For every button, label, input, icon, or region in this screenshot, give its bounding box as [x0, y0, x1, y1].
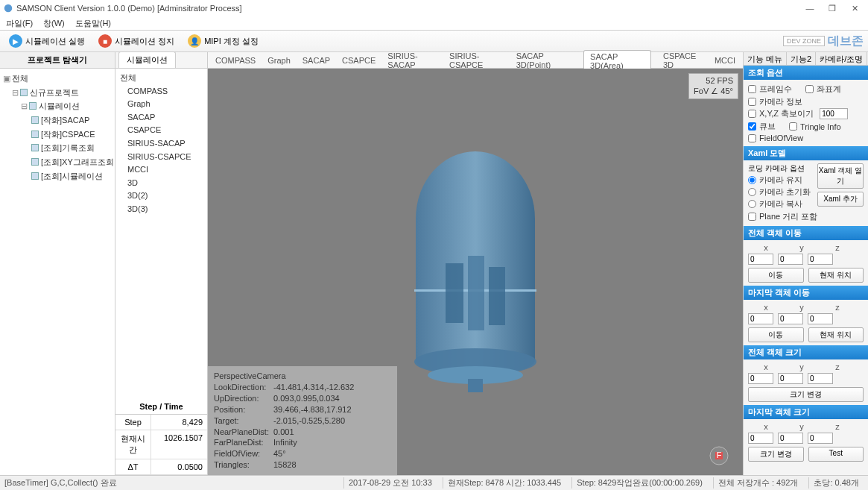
sizeall-resize-button[interactable]: 크기 변경 [748, 387, 864, 402]
steptime-header: Step / Time [115, 399, 207, 415]
status-count: 전체 저장개수 : 492개 [713, 477, 803, 489]
tree-item[interactable]: [작화]SACAP [1, 113, 113, 128]
moveall-current-button[interactable]: 현재 위치 [808, 268, 864, 283]
step-value: 8,429 [151, 415, 207, 430]
sizeall-x-input[interactable] [748, 373, 773, 384]
list-item[interactable]: 3D [120, 177, 203, 190]
moveall-y-input[interactable] [778, 254, 803, 265]
sizelast-y-input[interactable] [778, 433, 803, 444]
view-tab[interactable]: CSAPCE [342, 56, 376, 65]
rb-keep-camera[interactable]: 카메라 유지 [748, 175, 813, 186]
movelast-x-input[interactable] [748, 313, 773, 324]
run-simulation-button[interactable]: ▶ 시뮬레이션 실행 [4, 33, 89, 49]
moveall-z-input[interactable] [808, 254, 833, 265]
view-tab[interactable]: COMPASS [215, 56, 256, 65]
cb-xyz[interactable]: X,Y,Z 축보이기 [748, 108, 864, 119]
list-item[interactable]: SIRIUS-SACAP [120, 137, 203, 151]
movelast-current-button[interactable]: 현재 위치 [808, 327, 864, 342]
view-tab[interactable]: SIRIUS-SACAP [387, 51, 437, 69]
view-tabs: COMPASS Graph SACAP CSAPCE SIRIUS-SACAP … [208, 52, 743, 69]
cb-axis[interactable]: 좌표계 [805, 84, 841, 95]
moveall-move-button[interactable]: 이동 [748, 268, 804, 283]
list-item[interactable]: SIRIUS-CSAPCE [120, 151, 203, 164]
viewport-3d[interactable]: 52 FPS FoV ∠ 45° [208, 69, 743, 475]
test-button[interactable]: Test [808, 447, 864, 462]
add-xaml-button[interactable]: Xaml 추가 [817, 192, 864, 207]
account-settings-button[interactable]: 👤 MIPI 계정 설정 [183, 33, 263, 49]
svg-point-0 [4, 4, 13, 13]
status-step: 현재Step: 8478 시간: 1033.445 [443, 477, 566, 489]
tree-simulation[interactable]: ⊟시뮬레이션 [1, 99, 113, 113]
status-rate: 초당: 0.48개 [808, 477, 864, 489]
cb-framecount[interactable]: 프레임수 [748, 84, 792, 95]
tab-simulation[interactable]: 시뮬레이션 [118, 51, 176, 68]
list-item[interactable]: CSAPCE [120, 124, 203, 137]
sizeall-z-input[interactable] [808, 373, 833, 384]
stop-simulation-button[interactable]: ■ 시뮬레이션 정지 [94, 33, 179, 49]
list-item[interactable]: MCCI [120, 163, 203, 177]
cb-plane-distance[interactable]: Plane 거리 포함 [748, 211, 864, 222]
project-tree[interactable]: ▣전체 ⊟신규프로젝트 ⊟시뮬레이션 [작화]SACAP [작화]CSPACE … [0, 69, 115, 186]
view-tab[interactable]: Graph [267, 56, 291, 65]
simulation-list[interactable]: 전체 COMPASS Graph SACAP CSAPCE SIRIUS-SAC… [115, 69, 207, 399]
movelast-z-input[interactable] [808, 313, 833, 324]
menu-help[interactable]: 도움말(H) [75, 18, 111, 29]
svg-rect-4 [468, 379, 483, 392]
model-3d [393, 114, 557, 414]
tree-item[interactable]: [조회]시뮬레이션 [1, 169, 113, 183]
section-move-last: 마지막 객체 이동 [744, 286, 868, 300]
delta-t-value: 0.0500 [151, 459, 207, 474]
section-size-last: 마지막 객체 크기 [744, 405, 868, 419]
status-work: Step: 8429작업완료(00:00:00.269) [571, 477, 707, 489]
movelast-move-button[interactable]: 이동 [748, 327, 804, 342]
view-tab[interactable]: SIRIUS-CSAPCE [449, 51, 504, 69]
sizeall-y-input[interactable] [778, 373, 803, 384]
maximize-button[interactable]: ❐ [826, 4, 838, 13]
cb-camerainfo[interactable]: 카메라 정보 [748, 96, 864, 107]
status-message: [BaseTimer] G,C,Collect() 완료 [4, 477, 117, 489]
sizelast-x-input[interactable] [748, 433, 773, 444]
svg-text:F: F [717, 450, 722, 459]
xyz-length-input[interactable] [820, 108, 848, 119]
tree-item[interactable]: [조회]XY그래프조회 [1, 155, 113, 169]
view-tab[interactable]: SACAP [302, 56, 330, 65]
list-item[interactable]: Graph [120, 98, 203, 111]
rb-init-camera[interactable]: 카메라 초기화 [748, 186, 813, 198]
view-tab[interactable]: MCCI [715, 56, 735, 65]
rb-copy-camera[interactable]: 카메라 복사 [748, 198, 813, 210]
tree-item[interactable]: [조회]기록조회 [1, 141, 113, 155]
section-xaml: Xaml 모델 [744, 146, 868, 160]
tree-project[interactable]: ⊟신규프로젝트 [1, 86, 113, 100]
list-item[interactable]: 3D(3) [120, 203, 203, 216]
cb-fieldofview[interactable]: FieldOfView [748, 134, 864, 142]
tree-item[interactable]: [작화]CSPACE [1, 128, 113, 142]
brand-logo: DEV ZONE 데브존 [783, 34, 864, 49]
cb-triangleinfo[interactable]: Tringle Info [789, 121, 841, 132]
fps-overlay: 52 FPS FoV ∠ 45° [688, 73, 738, 99]
section-lighting: 조회 옵션 [744, 66, 868, 80]
section-move-all: 전체 객체 이동 [744, 226, 868, 240]
rtab-camera[interactable]: 카메라/조명 [816, 52, 867, 65]
minimize-button[interactable]: ― [804, 4, 816, 13]
view-cube-gizmo[interactable]: F [709, 445, 729, 466]
moveall-x-input[interactable] [748, 254, 773, 265]
view-tab[interactable]: SACAP 3D(Point) [516, 51, 571, 69]
view-tab[interactable]: CSPACE 3D [663, 51, 703, 69]
cb-cube[interactable]: 큐브 [748, 121, 776, 132]
sizelast-resize-button[interactable]: 크기 변경 [748, 447, 804, 462]
list-item[interactable]: COMPASS [120, 85, 203, 98]
menu-file[interactable]: 파일(F) [6, 18, 33, 29]
open-xaml-button[interactable]: Xaml 객체 열기 [817, 163, 864, 189]
status-time: 2017-08-29 오전 10:33 [343, 477, 437, 489]
sizelast-z-input[interactable] [808, 433, 833, 444]
close-button[interactable]: ✕ [849, 4, 861, 13]
list-item[interactable]: SACAP [120, 111, 203, 125]
svg-rect-6 [468, 256, 484, 330]
menu-window[interactable]: 창(W) [43, 18, 65, 29]
camera-info-overlay: PerspectiveCamera LookDirection:-41.481,… [208, 366, 397, 475]
rtab-2[interactable]: 기능2 [787, 52, 816, 65]
current-time-value: 1026.1507 [151, 430, 207, 459]
rtab-main[interactable]: 기능 메뉴 [744, 52, 787, 65]
movelast-y-input[interactable] [778, 313, 803, 324]
list-item[interactable]: 3D(2) [120, 189, 203, 203]
